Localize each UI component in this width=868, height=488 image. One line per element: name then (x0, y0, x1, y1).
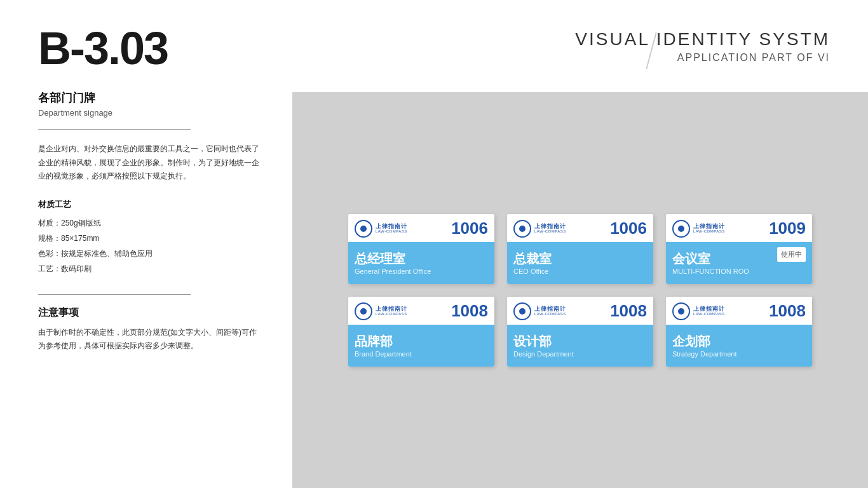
description-text: 是企业对内、对外交换信息的最重要的工具之一，它同时也代表了企业的精神风貌，展现了… (38, 142, 261, 184)
logo-en: LAW-COMPASS (376, 229, 407, 233)
card-number: 1008 (451, 301, 488, 321)
card-top: 上律指南计 LAW-COMPASS 1006 (348, 214, 494, 242)
material-item: 色彩：按规定标准色、辅助色应用 (38, 246, 261, 261)
inuse-badge: 使用中 (777, 247, 806, 262)
card-top: 上律指南计 LAW-COMPASS 1008 (507, 297, 653, 325)
divider-2 (38, 294, 191, 295)
logo-circle-icon (513, 302, 531, 320)
card-top: 上律指南计 LAW-COMPASS 1006 (507, 214, 653, 242)
material-item: 规格：85×175mm (38, 231, 261, 246)
card-bottom-meeting: 会议室 MULTI-FUNCTION ROO 使用中 (666, 242, 812, 284)
materials-title: 材质工艺 (38, 199, 261, 210)
logo-inner (519, 226, 526, 232)
header-title-area: VISUAL IDENTITY SYSTM APPLICATION PART O… (575, 29, 830, 64)
card-brand: 上律指南计 LAW-COMPASS 1008 品牌部 Brand Departm… (348, 297, 494, 367)
card-ceo: 上律指南计 LAW-COMPASS 1006 总裁室 CEO Office (507, 214, 653, 284)
card-number: 1006 (451, 219, 488, 238)
meeting-text: 会议室 MULTI-FUNCTION ROO (672, 251, 749, 275)
logo-circle-icon (672, 220, 690, 238)
card-name-en: General President Office (355, 268, 488, 275)
card-general-president: 上律指南计 LAW-COMPASS 1006 总经理室 General Pres… (348, 214, 494, 284)
logo-circle-icon (672, 302, 690, 320)
cards-row-1: 上律指南计 LAW-COMPASS 1006 总经理室 General Pres… (348, 214, 812, 284)
logo-circle-icon (513, 220, 531, 238)
logo-zh: 上律指南计 (376, 224, 407, 229)
logo-en: LAW-COMPASS (534, 312, 566, 316)
card-bottom: 设计部 Design Department (507, 325, 653, 367)
card-name-zh: 品牌部 (355, 334, 488, 349)
card-number: 1009 (769, 219, 806, 238)
card-number: 1006 (610, 219, 647, 238)
content-area: 上律指南计 LAW-COMPASS 1006 总经理室 General Pres… (292, 92, 868, 488)
logo-en: LAW-COMPASS (693, 312, 725, 316)
right-area: VISUAL IDENTITY SYSTM APPLICATION PART O… (292, 0, 868, 488)
logo-zh: 上律指南计 (534, 306, 566, 312)
card-bottom: 企划部 Strategy Department (666, 325, 812, 367)
left-panel: B-3.03 各部门门牌 Department signage 是企业对内、对外… (0, 0, 292, 488)
card-name-zh: 总经理室 (355, 251, 488, 266)
page-code: B-3.03 (38, 25, 261, 71)
logo-text: 上律指南计 LAW-COMPASS (534, 224, 566, 233)
logo-text: 上律指南计 LAW-COMPASS (534, 306, 566, 316)
top-header: VISUAL IDENTITY SYSTM APPLICATION PART O… (292, 0, 868, 92)
materials-list: 材质：250g铜版纸 规格：85×175mm 色彩：按规定标准色、辅助色应用 工… (38, 215, 261, 276)
logo-zh: 上律指南计 (534, 224, 566, 229)
card-top: 上律指南计 LAW-COMPASS 1008 (666, 297, 812, 325)
logo-text: 上律指南计 LAW-COMPASS (693, 306, 725, 316)
logo-inner (360, 226, 367, 232)
card-logo: 上律指南计 LAW-COMPASS (513, 302, 566, 320)
card-meeting-room: 上律指南计 LAW-COMPASS 1009 会议室 MULTI-FUNCTIO… (666, 214, 812, 284)
divider-1 (38, 129, 191, 130)
card-bottom: 总经理室 General President Office (348, 242, 494, 284)
card-logo: 上律指南计 LAW-COMPASS (355, 302, 407, 320)
card-name-en: Brand Department (355, 350, 488, 358)
card-name-en: Design Department (513, 350, 647, 358)
logo-zh: 上律指南计 (693, 224, 725, 229)
material-item: 材质：250g铜版纸 (38, 215, 261, 231)
material-item: 工艺：数码印刷 (38, 261, 261, 276)
section-title-zh: 各部门门牌 (38, 90, 261, 105)
logo-text: 上律指南计 LAW-COMPASS (376, 306, 407, 316)
card-bottom: 品牌部 Brand Department (348, 325, 494, 367)
logo-en: LAW-COMPASS (534, 229, 566, 233)
logo-inner (519, 308, 526, 315)
notice-text: 由于制作时的不确定性，此页部分规范(如文字大小、间距等)可作为参考使用，具体可根… (38, 326, 261, 353)
card-logo: 上律指南计 LAW-COMPASS (355, 220, 407, 238)
card-name-zh: 会议室 (672, 251, 749, 266)
section-title-en: Department signage (38, 108, 261, 118)
card-strategy: 上律指南计 LAW-COMPASS 1008 企划部 Strategy Depa… (666, 297, 812, 367)
card-logo: 上律指南计 LAW-COMPASS (672, 220, 725, 238)
card-bottom: 总裁室 CEO Office (507, 242, 653, 284)
card-name-en: Strategy Department (672, 350, 806, 358)
card-top: 上律指南计 LAW-COMPASS 1009 (666, 214, 812, 242)
card-number: 1008 (610, 301, 647, 321)
card-logo: 上律指南计 LAW-COMPASS (672, 302, 725, 320)
card-name-zh: 企划部 (672, 334, 806, 349)
card-name-en: CEO Office (513, 268, 647, 275)
logo-inner (678, 308, 684, 315)
logo-en: LAW-COMPASS (376, 312, 407, 316)
cards-row-2: 上律指南计 LAW-COMPASS 1008 品牌部 Brand Departm… (348, 297, 812, 367)
card-design: 上律指南计 LAW-COMPASS 1008 设计部 Design Depart… (507, 297, 653, 367)
card-logo: 上律指南计 LAW-COMPASS (513, 220, 566, 238)
logo-circle-icon (355, 220, 372, 238)
logo-inner (678, 226, 684, 232)
logo-en: LAW-COMPASS (693, 229, 725, 233)
card-number: 1008 (769, 301, 806, 321)
logo-zh: 上律指南计 (693, 306, 725, 312)
card-name-zh: 总裁室 (513, 251, 647, 266)
logo-circle-icon (355, 302, 372, 320)
notice-title: 注意事项 (38, 306, 261, 320)
card-name-en: MULTI-FUNCTION ROO (672, 268, 749, 275)
logo-inner (360, 308, 367, 315)
logo-zh: 上律指南计 (376, 306, 407, 312)
card-name-zh: 设计部 (513, 334, 647, 349)
header-main-title: VISUAL IDENTITY SYSTM (575, 29, 830, 50)
logo-text: 上律指南计 LAW-COMPASS (376, 224, 407, 233)
card-top: 上律指南计 LAW-COMPASS 1008 (348, 297, 494, 325)
logo-text: 上律指南计 LAW-COMPASS (693, 224, 725, 233)
header-sub-title: APPLICATION PART OF VI (575, 52, 830, 64)
